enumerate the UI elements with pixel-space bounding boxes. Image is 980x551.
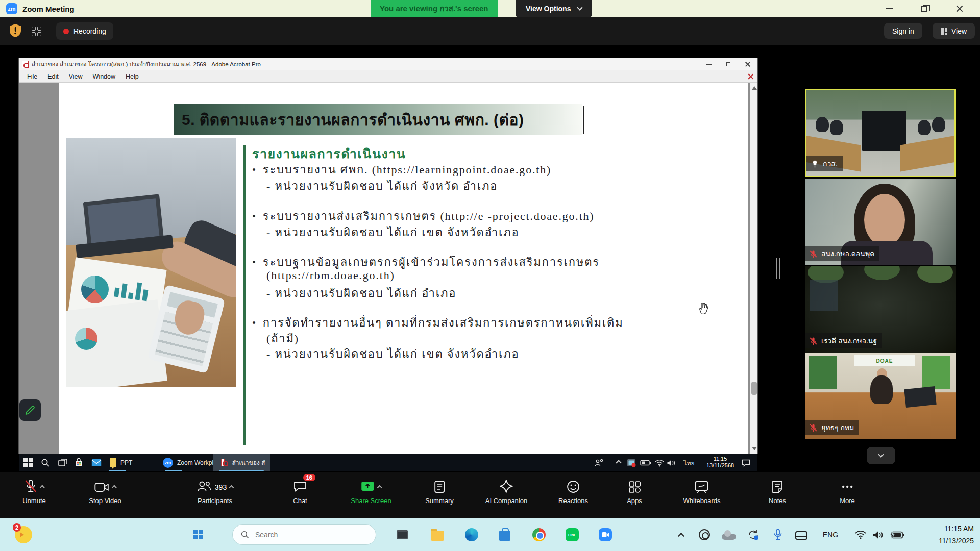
search-input[interactable] — [254, 530, 356, 539]
participant-name: เรวดี สนง.กษจ.นฐ — [821, 335, 877, 346]
whiteboards-button[interactable]: Whiteboards — [683, 478, 721, 505]
annotate-button[interactable] — [19, 399, 41, 421]
taskbar-item-acrobat-active[interactable]: สำเนาของ สำเนาของ โ... — [213, 454, 270, 471]
wifi-icon[interactable] — [653, 457, 666, 469]
zoom-app-icon[interactable] — [595, 524, 616, 545]
smiley-icon — [567, 480, 580, 493]
share-screen-button[interactable]: Share Screen — [351, 478, 391, 505]
onedrive-cloud-icon[interactable] — [719, 524, 739, 545]
slide-subline: - หน่วยงานรับผิดชอบ ได้แก่ อำเภอ — [252, 284, 456, 302]
chevron-up-icon[interactable] — [377, 485, 382, 490]
menu-help[interactable]: Help — [120, 73, 144, 80]
scrollbar-thumb[interactable] — [751, 382, 757, 395]
tray-chevron-up-icon[interactable] — [671, 524, 691, 545]
security-shield-icon[interactable] — [9, 23, 21, 40]
menu-edit[interactable]: Edit — [42, 73, 64, 80]
acrobat-minimize-button[interactable] — [699, 58, 719, 70]
microsoft-store-icon[interactable] — [73, 457, 85, 469]
wifi-icon[interactable] — [850, 524, 871, 545]
panel-resize-handle[interactable] — [776, 258, 780, 279]
acrobat-restore-button[interactable] — [719, 58, 738, 70]
speaker-icon[interactable] — [868, 524, 889, 545]
taskbar-clock[interactable]: 11:15 AM 11/13/2025 — [917, 522, 974, 547]
participant-tile[interactable]: DOAE ยุทธๆ กทม — [805, 353, 956, 439]
ring-tray-icon[interactable] — [694, 524, 715, 545]
ai-companion-button[interactable]: AI Companion — [485, 478, 527, 505]
layout-grid-icon[interactable] — [32, 27, 41, 36]
notification-app-icon[interactable]: 2 — [13, 524, 34, 545]
participant-tile[interactable]: เรวดี สนง.กษจ.นฐ — [805, 266, 956, 353]
touchpad-icon[interactable] — [791, 524, 812, 545]
sign-in-button[interactable]: Sign in — [884, 23, 922, 39]
taskbar-date: 11/13/2025 — [917, 535, 974, 547]
chevron-up-icon[interactable] — [112, 485, 117, 490]
participant-tile[interactable]: สนง.กษอ.ดอนพุด — [805, 179, 956, 265]
people-add-icon[interactable] — [593, 457, 605, 469]
microsoft-store-icon[interactable] — [495, 524, 515, 545]
start-button[interactable] — [188, 524, 208, 545]
menu-file[interactable]: File — [22, 73, 42, 80]
scroll-up-icon[interactable] — [752, 86, 757, 90]
sign-in-label: Sign in — [892, 27, 914, 35]
tray-chevron-up-icon[interactable] — [612, 457, 625, 469]
view-options-dropdown[interactable]: View Options — [516, 0, 592, 17]
notification-icon[interactable] — [740, 457, 752, 469]
edge-icon[interactable] — [461, 524, 482, 545]
restore-button[interactable] — [910, 0, 938, 17]
recording-indicator[interactable]: Recording — [56, 22, 113, 40]
notes-label: Notes — [769, 497, 786, 505]
zoom-logo-icon: zm — [6, 3, 17, 14]
chrome-icon[interactable] — [529, 524, 549, 545]
meeting-toolbar: Recording Sign in View — [0, 17, 980, 45]
battery-charging-icon[interactable] — [887, 524, 907, 545]
chevron-up-icon[interactable] — [40, 485, 45, 490]
mail-icon[interactable] — [90, 457, 103, 469]
battery-icon[interactable] — [640, 457, 652, 469]
ppt-label: PPT — [120, 459, 132, 466]
task-view-icon[interactable] — [57, 457, 69, 469]
close-button[interactable] — [945, 0, 974, 17]
taskbar-search[interactable] — [232, 524, 376, 545]
close-icon — [745, 62, 750, 67]
summary-button[interactable]: Summary — [425, 478, 454, 505]
menu-window[interactable]: Window — [88, 73, 120, 80]
tray-app-badge-icon[interactable] — [625, 457, 638, 469]
sync-icon[interactable] — [743, 524, 764, 545]
search-icon[interactable] — [39, 457, 52, 469]
stop-video-button[interactable]: Stop Video — [89, 478, 121, 505]
shared-screen-taskbar: PPT zm Zoom Workplace สำเนาของ สำเนาของ … — [19, 454, 757, 471]
slide-subline: (https://rbm.doae.go.th) — [252, 269, 395, 282]
speaker-icon[interactable] — [665, 457, 677, 469]
reactions-button[interactable]: Reactions — [558, 478, 588, 505]
chevron-up-icon[interactable] — [229, 485, 234, 490]
microphone-tray-icon[interactable] — [768, 524, 788, 545]
start-icon[interactable] — [22, 457, 34, 469]
open-app-indicator — [109, 470, 126, 471]
taskbar-item-ppt[interactable]: PPT — [105, 454, 137, 471]
participants-button[interactable]: 393 Participants — [197, 478, 233, 505]
unmute-button[interactable]: Unmute — [22, 478, 46, 505]
minimize-button[interactable] — [875, 0, 903, 17]
document-close-icon[interactable] — [748, 73, 753, 79]
apps-button[interactable]: Apps — [627, 478, 642, 505]
file-explorer-icon[interactable] — [427, 524, 448, 545]
collapse-panel-button[interactable] — [867, 447, 895, 464]
participant-tile[interactable]: กวส. — [805, 89, 956, 177]
acrobat-close-button[interactable] — [738, 58, 757, 70]
notes-button[interactable]: Notes — [769, 478, 786, 505]
menu-view[interactable]: View — [64, 73, 88, 80]
language-indicator[interactable]: ENG — [819, 524, 842, 545]
participant-name: สนง.กษอ.ดอนพุด — [821, 248, 874, 259]
scroll-down-icon[interactable] — [752, 447, 757, 450]
view-button[interactable]: View — [933, 23, 975, 39]
inner-clock[interactable]: 11:15 13/11/2568 — [703, 456, 738, 469]
line-app-icon[interactable]: LINE — [562, 524, 582, 545]
more-button[interactable]: More — [840, 478, 855, 505]
vertical-scrollbar[interactable] — [750, 83, 757, 454]
language-indicator[interactable]: ไทย — [680, 457, 698, 469]
more-label: More — [840, 497, 855, 505]
dark-window-icon[interactable] — [392, 524, 412, 545]
restore-icon — [921, 6, 927, 12]
acrobat-titlebar[interactable]: สำเนาของ สำเนาของ โครงการ(สพก.) ประจำปีง… — [19, 58, 757, 70]
chat-button[interactable]: 16 Chat — [293, 478, 307, 505]
